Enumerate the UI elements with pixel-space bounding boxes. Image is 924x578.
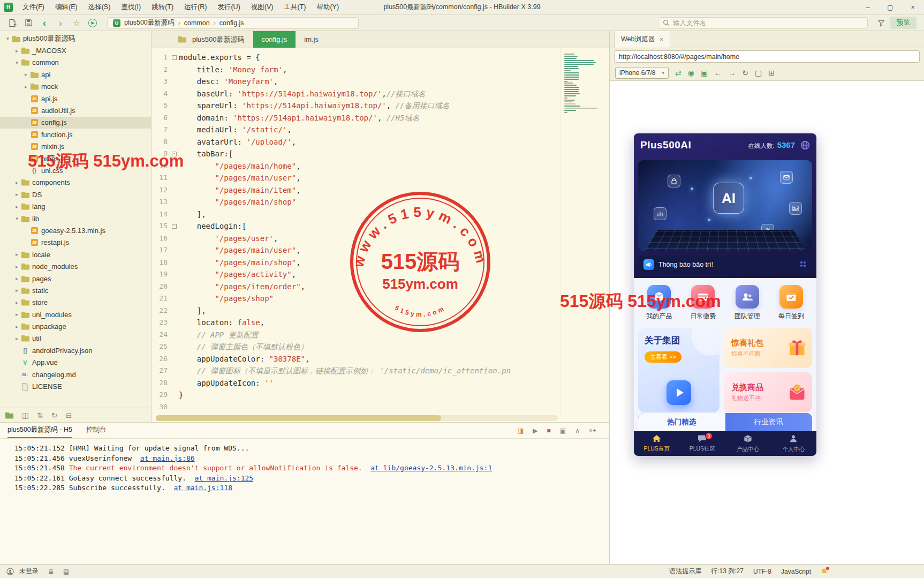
console-tab[interactable]: 控制台	[86, 423, 107, 438]
split-view-icon[interactable]: ◫	[22, 411, 28, 419]
tree-item[interactable]: ▾common	[0, 57, 151, 69]
tree-item[interactable]: JSconfig.js	[0, 117, 151, 129]
go-see-button[interactable]: 去看看 >>	[645, 351, 681, 363]
tree-item[interactable]: {}uni.css	[0, 164, 151, 176]
tree-item[interactable]: ▸static	[0, 284, 151, 296]
tree-item[interactable]: JSfunction.js	[0, 129, 151, 140]
code-line[interactable]: 1-module.exports = {	[152, 51, 560, 64]
tab-bar-item[interactable]: 产品中心	[725, 431, 771, 456]
notice-bar[interactable]: Thông báo bảo trì!	[638, 256, 812, 274]
menubar-item[interactable]: 工具(T)	[278, 0, 311, 14]
about-group-card[interactable]: 关于集团 去看看 >>	[638, 328, 719, 412]
quick-action[interactable]: 日常缴费	[681, 285, 725, 321]
source-link[interactable]: at main.js:118	[173, 484, 232, 492]
user-account-icon[interactable]	[6, 568, 14, 575]
collapse-arrow-icon[interactable]: ▾	[13, 216, 20, 221]
code-line[interactable]: 29}	[152, 389, 560, 401]
code-line[interactable]: 2 title: 'Money farm',	[152, 64, 560, 76]
code-line[interactable]: 14 ],	[152, 208, 560, 221]
tree-item[interactable]: ▸store	[0, 297, 151, 309]
expand-arrow-icon[interactable]: ▸	[13, 192, 20, 197]
language-mode[interactable]: JavaScript	[781, 568, 811, 575]
expand-arrow-icon[interactable]: ▸	[13, 204, 20, 209]
expand-arrow-icon[interactable]: ▸	[13, 324, 20, 329]
expand-arrow-icon[interactable]: ▸	[13, 252, 20, 257]
collapse-arrow-icon[interactable]: ▾	[4, 36, 11, 41]
collapse-all-icon[interactable]: ⊟	[66, 411, 72, 419]
rerun-icon[interactable]: ▶	[533, 427, 537, 434]
promo-card[interactable]: 兑换商品礼物送不停	[724, 372, 812, 412]
screenshot-icon[interactable]: ▣	[701, 69, 708, 77]
project-view-icon[interactable]	[5, 412, 13, 419]
menubar-item[interactable]: 跳转(T)	[146, 0, 179, 14]
quick-action[interactable]: 团队管理	[725, 285, 769, 321]
forward-icon[interactable]: →	[728, 69, 736, 77]
code-line[interactable]: 10 "/pages/main/home",	[152, 160, 560, 172]
login-status[interactable]: 未登录	[19, 567, 39, 576]
preview-button[interactable]: 预览	[890, 17, 917, 29]
tree-item[interactable]: ▸_MACOSX	[0, 44, 151, 56]
layout-icon[interactable]: ▤	[63, 568, 69, 575]
expand-arrow-icon[interactable]: ▸	[13, 288, 20, 293]
breadcrumb-item[interactable]: plus500最新源码	[124, 18, 175, 27]
menubar-item[interactable]: 查找(I)	[116, 0, 146, 14]
code-line[interactable]: 9- tabBar:[	[152, 148, 560, 160]
refresh-icon[interactable]: ↻	[742, 69, 748, 77]
code-line[interactable]: 11 "/pages/main/user",	[152, 172, 560, 184]
banner-carousel[interactable]: AI	[638, 160, 812, 251]
back-icon[interactable]: ‹	[37, 17, 51, 29]
source-link[interactable]: at main.js:86	[140, 454, 195, 462]
menubar-item[interactable]: 发行(U)	[212, 0, 245, 14]
grid-menu-icon[interactable]	[799, 260, 807, 269]
console-tab[interactable]: plus500最新源码 - H5	[7, 423, 72, 438]
fold-toggle-icon[interactable]: -	[172, 55, 177, 60]
source-link[interactable]: at lib/goeasy-2.5.13.min.js:1	[370, 464, 492, 472]
tree-item[interactable]: JSprops.js	[0, 153, 151, 164]
code-line[interactable]: 8 avatarUrl: '/upload/',	[152, 136, 560, 148]
filter-icon[interactable]	[874, 17, 888, 29]
code-line[interactable]: 6 domain: 'https://514api.haiwaiym18.top…	[152, 112, 560, 124]
tree-item[interactable]: JSrestapi.js	[0, 237, 151, 249]
code-line[interactable]: 30	[152, 401, 560, 414]
code-line[interactable]: 17 "/pages/main/user",	[152, 244, 560, 257]
quick-action[interactable]: 我的产品	[637, 285, 681, 321]
content-tab[interactable]: 行业资讯	[725, 413, 813, 431]
rotate-device-icon[interactable]: ⇄	[675, 69, 681, 77]
tree-item[interactable]: LICENSE	[0, 380, 151, 392]
code-line[interactable]: 28 appUpdateIcon: ''	[152, 377, 560, 389]
locate-file-icon[interactable]: ⇅	[37, 411, 43, 419]
video-play-button[interactable]	[667, 380, 691, 405]
code-line[interactable]: 26 appUpdateColor: "30378E",	[152, 353, 560, 365]
tree-item[interactable]: ▸lang	[0, 200, 151, 212]
clear-log-icon[interactable]: ×+	[589, 427, 596, 434]
quick-action[interactable]: 每日签到	[769, 285, 813, 321]
tree-item[interactable]: []androidPrivacy.json	[0, 344, 151, 356]
back-icon[interactable]: ←	[714, 69, 722, 77]
code-line[interactable]: 5 spareUrl: 'https://514api.haiwaiym18.t…	[152, 100, 560, 112]
code-line[interactable]: 19 "/pages/activity",	[152, 268, 560, 281]
fold-toggle-icon[interactable]: -	[172, 152, 177, 156]
expand-arrow-icon[interactable]: ▸	[13, 300, 20, 305]
stop-icon[interactable]: ■	[547, 427, 551, 434]
expand-arrow-icon[interactable]: ▸	[13, 312, 20, 317]
collapse-panel-icon[interactable]: ∧	[575, 427, 580, 434]
code-line[interactable]: 16 '/pages/user',	[152, 232, 560, 245]
word-wrap-icon[interactable]: ◨	[518, 427, 524, 434]
tree-item[interactable]: JSaudioUtil.js	[0, 104, 151, 116]
expand-arrow-icon[interactable]: ▸	[22, 72, 29, 77]
new-file-icon[interactable]	[5, 17, 19, 29]
tree-item[interactable]: ▸util	[0, 333, 151, 344]
code-line[interactable]: 24 // APP 更新配置	[152, 329, 560, 341]
bookmark-star-icon[interactable]: ☆	[70, 17, 84, 29]
code-line[interactable]: 21 "/pages/shop"	[152, 292, 560, 305]
code-line[interactable]: 3 desc: 'Moneyfarm',	[152, 76, 560, 88]
fold-toggle-icon[interactable]: -	[172, 224, 177, 229]
tab-bar-item[interactable]: PLUS社区3	[679, 431, 725, 456]
tree-item[interactable]: ▾plus500最新源码	[0, 33, 151, 44]
save-icon[interactable]	[21, 17, 35, 29]
tab-bar-item[interactable]: 个人中心	[771, 431, 816, 456]
code-line[interactable]: 27 // 弹窗图标（不填显示默认图标，链接配置示例如： '/static/de…	[152, 365, 560, 377]
scrollbar-thumb[interactable]	[156, 415, 441, 421]
menubar-item[interactable]: 视图(V)	[246, 0, 279, 14]
url-input[interactable]	[614, 50, 920, 63]
